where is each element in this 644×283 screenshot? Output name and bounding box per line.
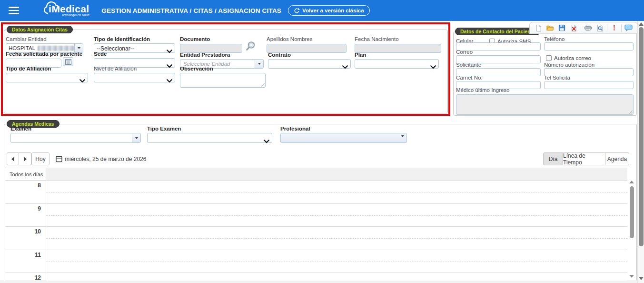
arrow-right-icon — [24, 157, 27, 162]
save-icon[interactable] — [557, 23, 566, 33]
chevron-down-icon — [264, 137, 269, 145]
next-day-button[interactable] — [19, 152, 31, 165]
classic-version-button[interactable]: Volver a versión clásica — [288, 5, 370, 16]
hour-row: 12 — [5, 273, 627, 281]
current-date-label: miércoles, 25 de marzo de 2026 — [65, 156, 146, 162]
tipo-examen-label: Tipo Examen — [147, 126, 272, 131]
numero-autorizacion-label: Número autorización — [544, 62, 594, 68]
contrato-label: Contrato — [268, 52, 351, 58]
medico-ultimo-ingreso-textarea[interactable] — [456, 94, 634, 115]
record-toolbar: ! — [529, 22, 638, 34]
contrato-select[interactable] — [268, 59, 351, 69]
apellidos-nombres-input[interactable] — [267, 44, 347, 53]
view-tab-dia[interactable]: Día — [543, 152, 563, 165]
toolbar-separator — [621, 24, 622, 32]
hour-label: 8 — [5, 181, 46, 203]
plan-label: Plan — [355, 52, 439, 58]
chevron-down-icon — [79, 76, 85, 85]
scroll-up-icon[interactable] — [639, 22, 644, 26]
scroll-down-icon[interactable] — [629, 275, 634, 278]
calendar-slot[interactable] — [46, 204, 627, 227]
alert-icon[interactable]: ! — [610, 23, 619, 33]
sede-label: Sede — [94, 51, 175, 57]
all-day-label: Todos los días — [5, 168, 46, 180]
hour-row: 11 — [5, 250, 627, 273]
view-switcher: Día Línea de Tiempo Agenda — [543, 152, 629, 165]
calendar-scrollbar — [628, 180, 635, 280]
observacion-textarea[interactable] — [180, 73, 266, 88]
carnet-label: Carnet No. — [456, 75, 483, 81]
calendar-date-icon — [56, 155, 62, 162]
scroll-down-icon[interactable] — [639, 277, 644, 280]
menu-icon[interactable] — [9, 7, 19, 14]
chat-icon[interactable] — [624, 23, 634, 33]
refresh-icon — [294, 8, 300, 14]
calendar-slot[interactable] — [46, 227, 627, 250]
profesional-combobox[interactable] — [280, 133, 407, 143]
toolbar-separator — [607, 24, 607, 32]
chevron-down-icon — [342, 62, 348, 71]
chevron-down-icon — [167, 76, 172, 85]
preview-icon[interactable] — [595, 23, 604, 33]
resize-handle-icon[interactable] — [629, 110, 633, 114]
calendar-slot[interactable] — [46, 273, 627, 281]
observacion-label: Observación — [180, 66, 266, 71]
agendas-badge: Agendas Medicas — [7, 120, 59, 128]
apellidos-nombres-label: Apellidos Nombres — [267, 36, 347, 42]
calendar-nav-group — [7, 152, 31, 165]
calendar-icon — [65, 59, 71, 65]
classic-version-label: Volver a versión clásica — [302, 8, 364, 13]
search-icon[interactable] — [245, 40, 256, 52]
resize-handle-icon[interactable] — [261, 83, 265, 87]
documento-label: Documento — [180, 36, 242, 42]
chevron-down-icon — [430, 62, 436, 71]
telefono-label: Teléfono — [544, 36, 565, 42]
documento-input[interactable] — [180, 44, 242, 53]
tipo-identificacion-label: Tipo de Identificación — [94, 36, 175, 42]
nivel-afiliacion-label: Nivel de Afiliación — [94, 66, 175, 71]
view-tab-linea-de-tiempo[interactable]: Línea de Tiempo — [563, 152, 605, 165]
calendar-slot[interactable] — [46, 250, 627, 273]
entidad-prestadora-label: Entidad Prestadora — [180, 52, 264, 58]
hour-row: 10 — [5, 226, 627, 250]
view-tab-agenda[interactable]: Agenda — [605, 152, 629, 165]
nivel-afiliacion-select[interactable] — [94, 73, 175, 82]
top-bar: iMedical Tecnología en salud GESTION ADM… — [0, 0, 644, 21]
delete-icon[interactable] — [569, 23, 578, 33]
all-day-slot[interactable] — [46, 168, 627, 180]
hour-row: 8 — [5, 180, 627, 203]
telefono-input[interactable] — [544, 42, 634, 51]
print-icon[interactable] — [583, 23, 593, 33]
cloud-icon — [42, 0, 63, 17]
fecha-nacimiento-input[interactable] — [355, 44, 441, 53]
tipo-examen-select[interactable] — [147, 133, 272, 143]
calendar-slot[interactable] — [46, 181, 627, 203]
toolbar-separator — [581, 24, 581, 32]
new-document-icon[interactable] — [534, 23, 543, 33]
hour-label: 11 — [5, 250, 46, 273]
cambiar-entidad-label: Cambiar Entidad — [6, 36, 83, 42]
hour-row: 9 — [5, 203, 627, 227]
calendar-scrollbar-thumb[interactable] — [630, 186, 634, 238]
fecha-solicitada-label: Fecha solicitada por paciente — [6, 51, 61, 57]
datos-contacto-badge: Datos de Contacto del Paciente — [455, 28, 540, 35]
app-logo: iMedical Tecnología en salud — [49, 4, 89, 17]
calendar-grid: Todos los días 8 9 10 11 12 — [5, 168, 627, 280]
tipo-afiliacion-select[interactable] — [6, 73, 88, 82]
page-scrollbar-thumb[interactable] — [639, 27, 644, 246]
fecha-nacimiento-label: Fecha Nacimiento — [355, 36, 441, 42]
plan-select[interactable] — [355, 59, 439, 69]
autoriza-correo-checkbox[interactable] — [546, 55, 552, 61]
all-day-row: Todos los días — [5, 168, 627, 180]
page-scrollbar — [637, 21, 644, 283]
calendar-picker-button[interactable] — [63, 57, 73, 66]
arrow-left-icon — [11, 157, 14, 162]
today-button[interactable]: Hoy — [31, 152, 50, 165]
scroll-up-icon[interactable] — [629, 181, 634, 183]
previous-day-button[interactable] — [7, 152, 19, 165]
open-folder-icon[interactable] — [545, 23, 555, 33]
examen-combobox[interactable] — [10, 133, 141, 143]
chevron-down-icon[interactable] — [132, 133, 140, 142]
hour-label: 10 — [5, 227, 46, 250]
chevron-down-icon — [401, 137, 404, 146]
